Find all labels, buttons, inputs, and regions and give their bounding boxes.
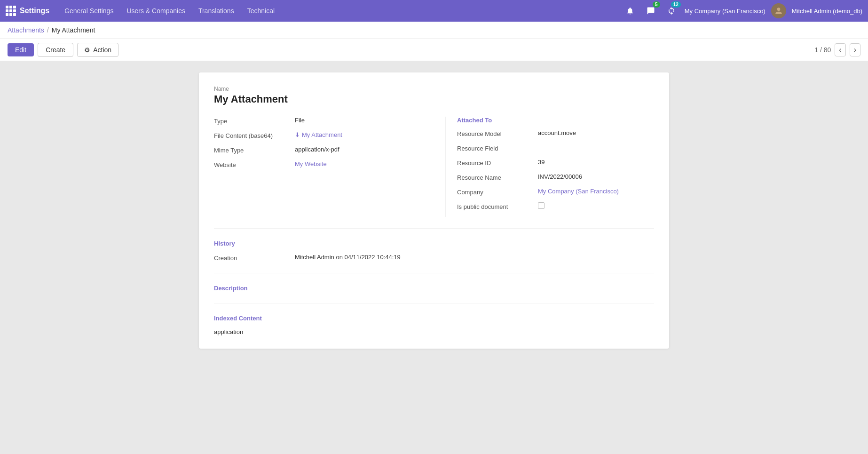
resource-id-row: Resource ID 39 (457, 159, 654, 167)
avatar[interactable] (771, 3, 786, 18)
breadcrumb: Attachments / My Attachment (8, 26, 95, 34)
breadcrumb-bar: Attachments / My Attachment (0, 22, 868, 39)
brand-logo[interactable]: Settings (6, 6, 49, 16)
resource-name-label: Resource Name (457, 173, 532, 181)
website-row: Website My Website (214, 160, 423, 168)
website-value: My Website (295, 160, 423, 167)
mime-type-label: Mime Type (214, 146, 289, 154)
divider-3 (214, 303, 654, 303)
action-button[interactable]: ⚙ Action (77, 43, 118, 57)
user-name[interactable]: Mitchell Admin (demo_db) (792, 8, 862, 15)
form-card: Name My Attachment Type File File Conten… (199, 72, 669, 349)
name-label: Name (214, 86, 654, 92)
file-content-link[interactable]: ⬇ My Attachment (295, 131, 423, 138)
breadcrumb-current: My Attachment (52, 26, 95, 34)
is-public-checkbox[interactable] (538, 202, 544, 209)
resource-id-label: Resource ID (457, 159, 532, 167)
creation-value: Mitchell Admin on 04/11/2022 10:44:19 (295, 254, 654, 261)
file-content-value: ⬇ My Attachment (295, 131, 423, 138)
breadcrumb-parent[interactable]: Attachments (8, 26, 44, 34)
form-right: Attached To Resource Model account.move … (445, 117, 654, 217)
breadcrumb-separator: / (47, 26, 49, 34)
next-button[interactable]: › (850, 43, 860, 56)
messages-icon[interactable]: 5 (643, 3, 658, 18)
resource-field-label: Resource Field (457, 144, 532, 152)
updates-badge: 12 (671, 1, 681, 8)
resource-model-label: Resource Model (457, 129, 532, 137)
messages-badge: 5 (653, 1, 660, 8)
resource-model-value: account.move (538, 129, 654, 136)
nav-users-companies[interactable]: Users & Companies (121, 4, 191, 17)
toolbar: Edit Create ⚙ Action 1 / 80 ‹ › (0, 39, 868, 61)
toolbar-left: Edit Create ⚙ Action (8, 43, 118, 57)
navbar: Settings General Settings Users & Compan… (0, 0, 868, 22)
indexed-content-value: application (214, 328, 654, 335)
type-label: Type (214, 117, 289, 125)
gear-icon: ⚙ (84, 46, 90, 54)
grid-icon (6, 6, 16, 16)
website-link[interactable]: My Website (295, 160, 423, 167)
file-content-label: File Content (base64) (214, 131, 289, 139)
is-public-label: Is public document (457, 202, 532, 210)
company-value: My Company (San Francisco) (538, 188, 654, 195)
name-value: My Attachment (214, 93, 654, 105)
form-body: Type File File Content (base64) ⬇ My Att… (214, 117, 654, 217)
description-header: Description (214, 285, 654, 292)
indexed-content-header: Indexed Content (214, 315, 654, 322)
nav-general-settings[interactable]: General Settings (59, 4, 119, 17)
company-link[interactable]: My Company (San Francisco) (538, 188, 654, 195)
notifications-bell-icon[interactable] (623, 3, 638, 18)
mime-type-row: Mime Type application/x-pdf (214, 146, 423, 154)
nav-translations[interactable]: Translations (193, 4, 240, 17)
download-icon: ⬇ (295, 131, 300, 138)
navbar-menu: General Settings Users & Companies Trans… (59, 4, 623, 17)
company-label: Company (457, 188, 532, 196)
toolbar-right: 1 / 80 ‹ › (814, 43, 860, 56)
divider-2 (214, 273, 654, 273)
action-label: Action (93, 46, 111, 54)
file-content-row: File Content (base64) ⬇ My Attachment (214, 131, 423, 139)
prev-button[interactable]: ‹ (835, 43, 845, 56)
company-row: Company My Company (San Francisco) (457, 188, 654, 196)
resource-model-row: Resource Model account.move (457, 129, 654, 137)
history-header: History (214, 240, 654, 247)
main-content: Name My Attachment Type File File Conten… (0, 61, 868, 449)
edit-button[interactable]: Edit (8, 43, 34, 56)
creation-row: Creation Mitchell Admin on 04/11/2022 10… (214, 254, 654, 262)
navbar-right: 5 12 My Company (San Francisco) Mitchell… (623, 3, 862, 18)
is-public-value (538, 202, 654, 210)
resource-name-row: Resource Name INV/2022/00006 (457, 173, 654, 181)
resource-field-row: Resource Field (457, 144, 654, 152)
resource-id-value: 39 (538, 159, 654, 166)
company-selector[interactable]: My Company (San Francisco) (685, 8, 765, 15)
nav-technical[interactable]: Technical (242, 4, 280, 17)
form-left: Type File File Content (base64) ⬇ My Att… (214, 117, 423, 217)
type-value: File (295, 117, 423, 124)
divider-1 (214, 228, 654, 229)
name-section: Name My Attachment (214, 86, 654, 105)
brand-title: Settings (20, 7, 49, 15)
website-label: Website (214, 160, 289, 168)
svg-point-0 (777, 8, 780, 11)
updates-icon[interactable]: 12 (664, 3, 679, 18)
type-row: Type File (214, 117, 423, 125)
resource-name-value: INV/2022/00006 (538, 173, 654, 180)
creation-label: Creation (214, 254, 289, 262)
create-button[interactable]: Create (38, 43, 73, 57)
mime-type-value: application/x-pdf (295, 146, 423, 153)
attached-to-header: Attached To (457, 117, 654, 124)
pagination-text: 1 / 80 (814, 46, 831, 54)
is-public-row: Is public document (457, 202, 654, 210)
